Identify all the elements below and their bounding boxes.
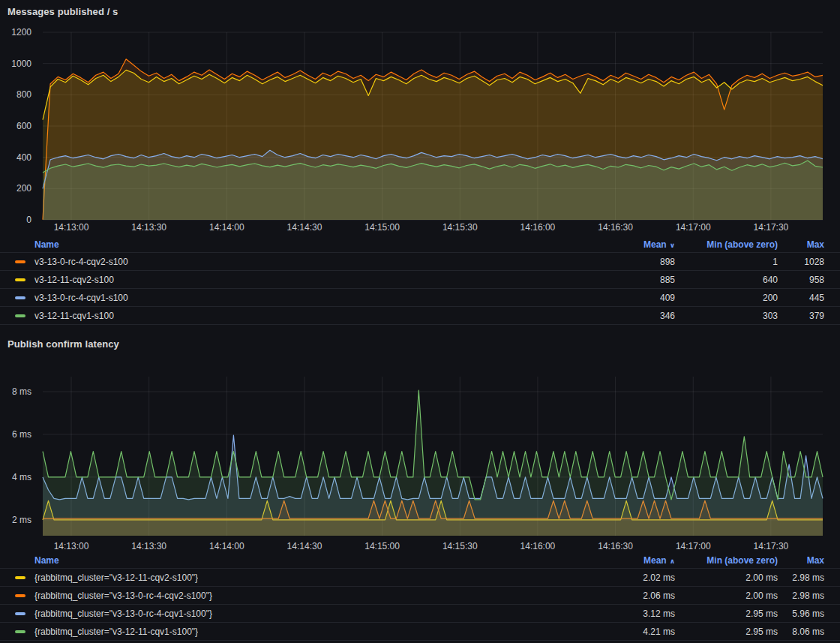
- y-axis-label: 8 ms: [12, 386, 32, 397]
- legend-row: v3-13-0-rc-4-cqv1-s100409200445: [0, 289, 840, 307]
- timeseries-chart-messages-published[interactable]: 02004006008001000120014:13:0014:13:3014:…: [0, 20, 840, 236]
- timeseries-chart-publish-confirm-latency[interactable]: 2 ms4 ms6 ms8 ms14:13:0014:13:3014:14:00…: [0, 363, 840, 552]
- y-axis-label: 400: [16, 152, 32, 163]
- legend-rows: v3-13-0-rc-4-cqv2-s10089811028v3-12-11-c…: [0, 253, 840, 325]
- legend-series: v3-12-11-cqv2-s100: [15, 275, 592, 285]
- legend-header-name[interactable]: Name: [15, 239, 592, 250]
- legend-mean-value: 4.21 ms: [592, 626, 675, 637]
- legend-header-row: Name Mean∨ Min (above zero) Max: [0, 236, 840, 253]
- legend-max-value: 958: [778, 275, 824, 285]
- legend-table-latency: Name Mean∧ Min (above zero) Max {rabbitm…: [0, 552, 840, 641]
- series-color-swatch[interactable]: [15, 576, 26, 579]
- x-axis-label: 14:15:30: [442, 222, 478, 233]
- x-axis-label: 14:13:30: [131, 222, 166, 233]
- legend-max-value: 5.96 ms: [778, 608, 824, 619]
- legend-series-name[interactable]: {rabbitmq_cluster="v3-13-0-rc-4-cqv1-s10…: [34, 608, 212, 619]
- legend-min-value: 2.95 ms: [675, 626, 778, 637]
- legend-table-messages: Name Mean∨ Min (above zero) Max v3-13-0-…: [0, 236, 840, 325]
- legend-row: {rabbitmq_cluster="v3-13-0-rc-4-cqv2-s10…: [0, 587, 840, 605]
- legend-header-max[interactable]: Max: [778, 239, 824, 250]
- legend-max-value: 379: [778, 311, 824, 321]
- legend-mean-value: 885: [592, 275, 675, 285]
- legend-max-value: 1028: [778, 257, 824, 267]
- legend-min-value: 640: [675, 275, 778, 285]
- x-axis-label: 14:15:00: [364, 222, 400, 233]
- legend-series: {rabbitmq_cluster="v3-12-11-cqv2-s100"}: [15, 572, 592, 583]
- x-axis-label: 14:14:30: [287, 222, 322, 233]
- panel-messages-published: Messages published / s 02004006008001000…: [0, 0, 840, 325]
- y-axis-label: 200: [16, 183, 32, 194]
- y-axis-label: 600: [16, 121, 32, 131]
- legend-max-value: 2.98 ms: [778, 590, 824, 601]
- legend-max-value: 445: [778, 293, 824, 303]
- legend-mean-value: 2.02 ms: [592, 572, 675, 583]
- legend-mean-value: 3.12 ms: [592, 608, 675, 619]
- legend-header-mean[interactable]: Mean∧: [592, 555, 675, 566]
- legend-mean-value: 2.06 ms: [592, 590, 675, 601]
- legend-header-mean[interactable]: Mean∨: [592, 239, 675, 250]
- y-axis-label: 800: [16, 89, 32, 100]
- legend-series-name[interactable]: v3-13-0-rc-4-cqv2-s100: [34, 257, 128, 267]
- series-color-swatch[interactable]: [15, 594, 26, 597]
- x-axis-label: 14:14:00: [209, 222, 244, 233]
- x-axis-label: 14:14:00: [209, 541, 244, 551]
- panel-title-publish-confirm-latency[interactable]: Publish confirm latency: [0, 337, 840, 352]
- legend-header-name[interactable]: Name: [15, 555, 592, 566]
- series-color-swatch[interactable]: [15, 296, 26, 299]
- y-axis-label: 4 ms: [12, 472, 32, 482]
- legend-header-min[interactable]: Min (above zero): [675, 239, 778, 250]
- legend-series: v3-12-11-cqv1-s100: [15, 311, 592, 321]
- x-axis-label: 14:17:00: [676, 222, 711, 233]
- x-axis-label: 14:16:30: [598, 222, 633, 233]
- y-axis-label: 0: [26, 215, 32, 225]
- legend-series: {rabbitmq_cluster="v3-13-0-rc-4-cqv1-s10…: [15, 608, 592, 619]
- y-axis-label: 6 ms: [12, 429, 32, 440]
- legend-series-name[interactable]: v3-13-0-rc-4-cqv1-s100: [34, 293, 128, 303]
- legend-series: {rabbitmq_cluster="v3-13-0-rc-4-cqv2-s10…: [15, 590, 592, 601]
- legend-series-name[interactable]: {rabbitmq_cluster="v3-13-0-rc-4-cqv2-s10…: [34, 590, 212, 601]
- legend-series: {rabbitmq_cluster="v3-12-11-cqv1-s100"}: [15, 626, 592, 637]
- legend-row: {rabbitmq_cluster="v3-12-11-cqv2-s100"}2…: [0, 569, 840, 587]
- panel-publish-confirm-latency: Publish confirm latency 2 ms4 ms6 ms8 ms…: [0, 325, 840, 641]
- series-color-swatch[interactable]: [15, 260, 26, 263]
- legend-series: v3-13-0-rc-4-cqv2-s100: [15, 257, 592, 267]
- legend-min-value: 2.00 ms: [675, 572, 778, 583]
- legend-header-max[interactable]: Max: [778, 555, 824, 566]
- legend-min-value: 1: [675, 257, 778, 267]
- legend-min-value: 200: [675, 293, 778, 303]
- legend-series-name[interactable]: {rabbitmq_cluster="v3-12-11-cqv2-s100"}: [34, 572, 198, 583]
- panel-title-messages-published[interactable]: Messages published / s: [0, 5, 840, 20]
- legend-header-min[interactable]: Min (above zero): [675, 555, 778, 566]
- legend-mean-value: 898: [592, 257, 675, 267]
- x-axis-label: 14:16:00: [520, 541, 556, 551]
- legend-row: v3-12-11-cqv2-s100885640958: [0, 271, 840, 289]
- x-axis-label: 14:14:30: [287, 541, 322, 551]
- x-axis-label: 14:15:30: [442, 541, 478, 551]
- series-color-swatch[interactable]: [15, 314, 26, 317]
- legend-header-row: Name Mean∧ Min (above zero) Max: [0, 552, 840, 569]
- legend-row: {rabbitmq_cluster="v3-13-0-rc-4-cqv1-s10…: [0, 605, 840, 623]
- legend-series: v3-13-0-rc-4-cqv1-s100: [15, 293, 592, 303]
- legend-mean-value: 409: [592, 293, 675, 303]
- legend-series-name[interactable]: v3-12-11-cqv2-s100: [34, 275, 114, 285]
- x-axis-label: 14:13:00: [54, 541, 89, 551]
- legend-rows: {rabbitmq_cluster="v3-12-11-cqv2-s100"}2…: [0, 569, 840, 641]
- series-color-swatch[interactable]: [15, 630, 26, 633]
- legend-series-name[interactable]: {rabbitmq_cluster="v3-12-11-cqv1-s100"}: [34, 626, 198, 637]
- legend-max-value: 8.06 ms: [778, 626, 824, 637]
- x-axis-label: 14:16:30: [598, 541, 633, 551]
- legend-min-value: 2.95 ms: [675, 608, 778, 619]
- x-axis-label: 14:13:00: [54, 222, 89, 233]
- legend-mean-value: 346: [592, 311, 675, 321]
- series-color-swatch[interactable]: [15, 612, 26, 615]
- y-axis-label: 1000: [11, 59, 32, 69]
- x-axis-label: 14:13:30: [131, 541, 166, 551]
- legend-min-value: 2.00 ms: [675, 590, 778, 601]
- x-axis-label: 14:17:30: [754, 541, 789, 551]
- series-color-swatch[interactable]: [15, 278, 26, 281]
- legend-series-name[interactable]: v3-12-11-cqv1-s100: [34, 311, 114, 321]
- legend-min-value: 303: [675, 311, 778, 321]
- sort-direction-icon: ∨: [670, 242, 675, 249]
- y-axis-label: 1200: [11, 27, 32, 38]
- legend-row: v3-13-0-rc-4-cqv2-s10089811028: [0, 253, 840, 271]
